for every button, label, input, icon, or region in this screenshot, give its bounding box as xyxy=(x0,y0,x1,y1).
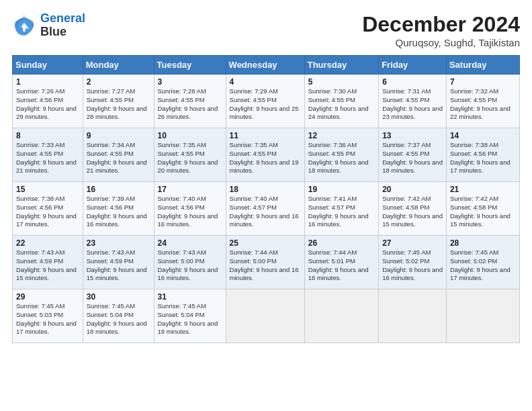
cell-info: Sunrise: 7:30 AMSunset: 4:55 PMDaylight:… xyxy=(308,87,375,122)
cell-info: Sunrise: 7:44 AMSunset: 5:00 PMDaylight:… xyxy=(230,248,301,283)
cell-day-number: 13 xyxy=(382,131,443,140)
header: General Blue December 2024 Quruqsoy, Sug… xyxy=(12,12,520,48)
calendar-week-1: 1Sunrise: 7:26 AMSunset: 4:56 PMDaylight… xyxy=(13,75,520,128)
page: General Blue December 2024 Quruqsoy, Sug… xyxy=(0,0,532,411)
calendar-cell: 11Sunrise: 7:35 AMSunset: 4:55 PMDayligh… xyxy=(226,128,304,182)
cell-day-number: 4 xyxy=(230,77,301,87)
calendar-table: SundayMondayTuesdayWednesdayThursdayFrid… xyxy=(12,55,520,343)
cell-info: Sunrise: 7:43 AMSunset: 4:59 PMDaylight:… xyxy=(87,248,150,283)
title-block: December 2024 Quruqsoy, Sughd, Tajikista… xyxy=(362,12,520,48)
cell-info: Sunrise: 7:45 AMSunset: 5:02 PMDaylight:… xyxy=(382,248,443,283)
cell-day-number: 22 xyxy=(16,238,79,248)
calendar-cell: 27Sunrise: 7:45 AMSunset: 5:02 PMDayligh… xyxy=(379,236,447,289)
calendar-cell: 26Sunrise: 7:44 AMSunset: 5:01 PMDayligh… xyxy=(304,236,378,289)
cell-info: Sunrise: 7:38 AMSunset: 4:56 PMDaylight:… xyxy=(16,195,79,229)
cell-info: Sunrise: 7:43 AMSunset: 4:59 PMDaylight:… xyxy=(16,248,79,283)
calendar-cell: 25Sunrise: 7:44 AMSunset: 5:00 PMDayligh… xyxy=(226,236,304,289)
cell-day-number: 3 xyxy=(158,77,222,87)
cell-day-number: 21 xyxy=(450,185,516,194)
calendar-cell: 4Sunrise: 7:29 AMSunset: 4:55 PMDaylight… xyxy=(226,75,304,128)
cell-day-number: 12 xyxy=(308,131,375,140)
header-row: SundayMondayTuesdayWednesdayThursdayFrid… xyxy=(13,56,520,75)
cell-info: Sunrise: 7:35 AMSunset: 4:55 PMDaylight:… xyxy=(158,141,222,175)
day-header-wednesday: Wednesday xyxy=(226,56,304,75)
cell-info: Sunrise: 7:45 AMSunset: 5:04 PMDaylight:… xyxy=(158,302,222,336)
cell-info: Sunrise: 7:37 AMSunset: 4:55 PMDaylight:… xyxy=(382,141,443,175)
cell-day-number: 15 xyxy=(16,185,79,194)
cell-info: Sunrise: 7:35 AMSunset: 4:55 PMDaylight:… xyxy=(230,141,301,175)
day-header-saturday: Saturday xyxy=(446,56,519,75)
calendar-header: SundayMondayTuesdayWednesdayThursdayFrid… xyxy=(13,56,520,75)
calendar-cell: 7Sunrise: 7:32 AMSunset: 4:55 PMDaylight… xyxy=(446,75,519,128)
calendar-cell: 30Sunrise: 7:45 AMSunset: 5:04 PMDayligh… xyxy=(83,289,154,343)
calendar-cell: 5Sunrise: 7:30 AMSunset: 4:55 PMDaylight… xyxy=(304,75,378,128)
calendar-cell: 28Sunrise: 7:45 AMSunset: 5:02 PMDayligh… xyxy=(446,236,519,289)
calendar-cell: 23Sunrise: 7:43 AMSunset: 4:59 PMDayligh… xyxy=(83,236,154,289)
calendar-cell: 17Sunrise: 7:40 AMSunset: 4:56 PMDayligh… xyxy=(154,182,226,236)
main-title: December 2024 xyxy=(362,12,520,37)
calendar-cell: 15Sunrise: 7:38 AMSunset: 4:56 PMDayligh… xyxy=(13,182,83,236)
cell-info: Sunrise: 7:45 AMSunset: 5:02 PMDaylight:… xyxy=(450,248,516,283)
cell-info: Sunrise: 7:28 AMSunset: 4:55 PMDaylight:… xyxy=(158,87,222,122)
logo-line1: General xyxy=(40,11,85,25)
cell-day-number: 30 xyxy=(87,292,150,302)
cell-info: Sunrise: 7:34 AMSunset: 4:55 PMDaylight:… xyxy=(87,141,150,175)
calendar-cell: 16Sunrise: 7:39 AMSunset: 4:56 PMDayligh… xyxy=(83,182,154,236)
cell-day-number: 29 xyxy=(16,292,79,302)
calendar-cell: 19Sunrise: 7:41 AMSunset: 4:57 PMDayligh… xyxy=(304,182,378,236)
cell-info: Sunrise: 7:26 AMSunset: 4:56 PMDaylight:… xyxy=(16,87,79,122)
cell-day-number: 5 xyxy=(308,77,375,87)
cell-day-number: 1 xyxy=(16,77,79,87)
cell-day-number: 2 xyxy=(87,77,150,87)
cell-day-number: 24 xyxy=(158,238,222,248)
calendar-cell: 9Sunrise: 7:34 AMSunset: 4:55 PMDaylight… xyxy=(83,128,154,182)
cell-info: Sunrise: 7:40 AMSunset: 4:56 PMDaylight:… xyxy=(158,195,222,229)
cell-info: Sunrise: 7:40 AMSunset: 4:57 PMDaylight:… xyxy=(230,195,301,229)
day-header-friday: Friday xyxy=(379,56,447,75)
cell-info: Sunrise: 7:44 AMSunset: 5:01 PMDaylight:… xyxy=(308,248,375,283)
cell-info: Sunrise: 7:42 AMSunset: 4:58 PMDaylight:… xyxy=(450,195,516,229)
cell-day-number: 18 xyxy=(230,185,301,194)
cell-day-number: 20 xyxy=(382,185,443,194)
logo: General Blue xyxy=(12,12,85,39)
cell-info: Sunrise: 7:31 AMSunset: 4:55 PMDaylight:… xyxy=(382,87,443,122)
day-header-sunday: Sunday xyxy=(13,56,83,75)
calendar-week-2: 8Sunrise: 7:33 AMSunset: 4:55 PMDaylight… xyxy=(13,128,520,182)
cell-day-number: 10 xyxy=(158,131,222,140)
cell-day-number: 16 xyxy=(87,185,150,194)
cell-day-number: 19 xyxy=(308,185,375,194)
calendar-cell: 18Sunrise: 7:40 AMSunset: 4:57 PMDayligh… xyxy=(226,182,304,236)
cell-info: Sunrise: 7:45 AMSunset: 5:04 PMDaylight:… xyxy=(87,302,150,336)
cell-day-number: 23 xyxy=(87,238,150,248)
calendar-cell: 22Sunrise: 7:43 AMSunset: 4:59 PMDayligh… xyxy=(13,236,83,289)
subtitle: Quruqsoy, Sughd, Tajikistan xyxy=(362,37,520,48)
cell-info: Sunrise: 7:45 AMSunset: 5:03 PMDaylight:… xyxy=(16,302,79,336)
calendar-cell xyxy=(226,289,304,343)
calendar-cell: 12Sunrise: 7:36 AMSunset: 4:55 PMDayligh… xyxy=(304,128,378,182)
calendar-cell: 1Sunrise: 7:26 AMSunset: 4:56 PMDaylight… xyxy=(13,75,83,128)
cell-day-number: 31 xyxy=(158,292,222,302)
calendar-body: 1Sunrise: 7:26 AMSunset: 4:56 PMDaylight… xyxy=(13,75,520,343)
cell-info: Sunrise: 7:32 AMSunset: 4:55 PMDaylight:… xyxy=(450,87,516,122)
calendar-cell xyxy=(446,289,519,343)
cell-day-number: 7 xyxy=(450,77,516,87)
cell-info: Sunrise: 7:43 AMSunset: 5:00 PMDaylight:… xyxy=(158,248,222,283)
calendar-cell: 3Sunrise: 7:28 AMSunset: 4:55 PMDaylight… xyxy=(154,75,226,128)
calendar-cell xyxy=(304,289,378,343)
calendar-cell: 13Sunrise: 7:37 AMSunset: 4:55 PMDayligh… xyxy=(379,128,447,182)
calendar-cell: 20Sunrise: 7:42 AMSunset: 4:58 PMDayligh… xyxy=(379,182,447,236)
cell-day-number: 26 xyxy=(308,238,375,248)
cell-day-number: 11 xyxy=(230,131,301,140)
cell-info: Sunrise: 7:39 AMSunset: 4:56 PMDaylight:… xyxy=(87,195,150,229)
cell-info: Sunrise: 7:36 AMSunset: 4:55 PMDaylight:… xyxy=(308,141,375,175)
day-header-thursday: Thursday xyxy=(304,56,378,75)
cell-info: Sunrise: 7:27 AMSunset: 4:55 PMDaylight:… xyxy=(87,87,150,122)
calendar-week-5: 29Sunrise: 7:45 AMSunset: 5:03 PMDayligh… xyxy=(13,289,520,343)
logo-text: General Blue xyxy=(40,12,85,39)
calendar-cell: 8Sunrise: 7:33 AMSunset: 4:55 PMDaylight… xyxy=(13,128,83,182)
cell-day-number: 8 xyxy=(16,131,79,140)
calendar-cell: 21Sunrise: 7:42 AMSunset: 4:58 PMDayligh… xyxy=(446,182,519,236)
calendar-week-3: 15Sunrise: 7:38 AMSunset: 4:56 PMDayligh… xyxy=(13,182,520,236)
cell-day-number: 14 xyxy=(450,131,516,140)
calendar-cell: 31Sunrise: 7:45 AMSunset: 5:04 PMDayligh… xyxy=(154,289,226,343)
